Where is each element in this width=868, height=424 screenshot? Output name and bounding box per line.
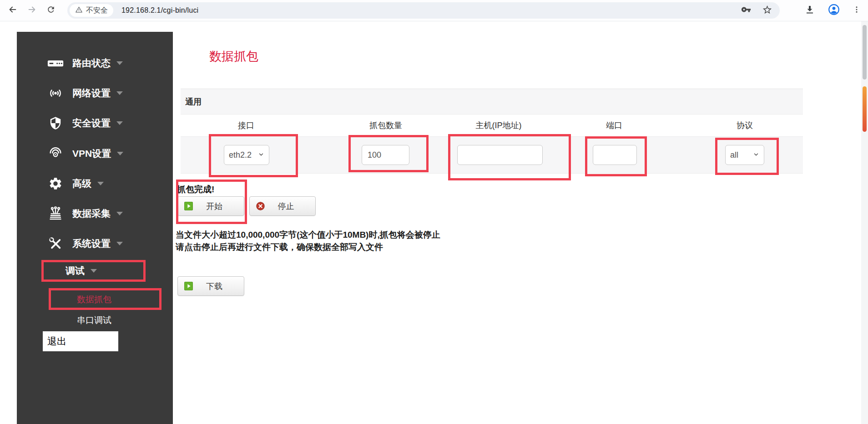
play-icon [184,202,193,210]
stop-button[interactable]: 停止 [249,196,316,216]
column-header-protocol: 协议 [737,115,753,136]
menu-dots-icon[interactable] [853,5,861,15]
sidebar-item-label: VPN设置 [72,147,111,160]
section-header: 通用 [181,89,803,115]
table-header-row: 接口 抓包数量 主机(IP地址) 端口 协议 [181,115,803,136]
count-input[interactable] [362,145,409,165]
gear-icon [45,176,66,191]
chevron-down-icon [258,150,264,160]
caret-down-icon [117,152,123,155]
caret-down-icon [91,269,97,273]
column-header-port: 端口 [606,115,622,136]
address-bar[interactable]: 不安全 192.168.2.1/cgi-bin/luci [67,2,780,19]
start-button[interactable]: 开始 [177,196,244,216]
page-title: 数据抓包 [209,48,258,65]
download-button[interactable]: 下载 [177,276,244,296]
scrollbar-marker [863,86,867,132]
sidebar-item-label: 安全设置 [72,117,111,130]
protocol-select[interactable]: all [725,145,764,165]
stop-button-label: 停止 [265,201,307,212]
column-header-count: 抓包数量 [369,115,402,136]
sidebar-item-debug[interactable]: 调试 [66,262,97,280]
column-header-interface: 接口 [238,115,254,136]
browser-toolbar: 不安全 192.168.2.1/cgi-bin/luci [0,0,868,21]
caret-down-icon [116,91,123,95]
port-input[interactable] [593,145,637,165]
star-icon[interactable] [762,5,772,17]
sidebar-item-security-settings[interactable]: 安全设置 [45,114,123,132]
table-row: eth2.2 all [181,136,803,174]
collector-icon [45,206,66,221]
capture-status-text: 抓包完成! [177,184,214,195]
key-icon[interactable] [741,5,751,16]
start-button-label: 开始 [193,201,236,212]
caret-down-icon [116,242,123,245]
profile-icon[interactable] [828,4,840,17]
stop-x-icon [256,202,265,210]
sidebar-item-network-settings[interactable]: 网络设置 [45,84,123,102]
sidebar-subitem-serial-debug[interactable]: 串口调试 [44,313,144,328]
screen: 不安全 192.168.2.1/cgi-bin/luci [0,0,868,424]
forward-button[interactable] [24,2,40,19]
column-header-host: 主机(IP地址) [476,115,522,136]
router-icon [45,58,66,68]
caret-down-icon [116,61,123,65]
sidebar-item-label: 高级 [72,177,91,190]
caret-down-icon [116,121,123,125]
interface-select-value: eth2.2 [229,150,252,160]
sidebar-item-system-settings[interactable]: 系统设置 [45,234,123,253]
signal-icon [45,85,66,101]
sidebar-item-router-status[interactable]: 路由状态 [45,54,123,72]
note-line-1: 当文件大小超过10,000,000字节(这个值小于10MB)时,抓包将会被停止 [176,229,440,241]
download-button-label: 下载 [193,281,236,292]
reload-icon [46,5,56,16]
forward-icon [27,5,37,16]
scrollbar-thumb[interactable] [863,25,867,80]
caret-down-icon [116,212,123,215]
security-label: 不安全 [86,6,108,15]
caret-down-icon [97,182,104,185]
reload-button[interactable] [43,2,59,19]
play-icon [184,282,193,290]
sidebar-item-label: 路由状态 [72,57,111,70]
sidebar-item-label: 系统设置 [72,237,111,250]
chevron-down-icon [753,150,759,160]
download-icon[interactable] [804,4,815,17]
sidebar-item-label: 数据采集 [72,207,111,220]
capture-notes: 当文件大小超过10,000,000字节(这个值小于10MB)时,抓包将会被停止 … [176,229,440,253]
sidebar-item-data-collection[interactable]: 数据采集 [45,205,123,223]
back-icon [8,5,18,16]
sidebar-item-advanced[interactable]: 高级 [45,175,104,193]
sidebar-item-label: 调试 [66,264,85,277]
back-button[interactable] [5,2,21,19]
tools-icon [45,236,66,251]
sidebar-subitem-packet-capture[interactable]: 数据抓包 [44,292,144,307]
general-section: 通用 接口 抓包数量 主机(IP地址) 端口 协议 eth2.2 all [181,89,803,174]
url-text: 192.168.2.1/cgi-bin/luci [121,6,198,15]
vpn-icon [45,146,66,161]
sidebar-item-label: 网络设置 [72,87,111,100]
scrollbar-track[interactable] [861,21,868,424]
interface-select[interactable]: eth2.2 [224,145,269,165]
note-line-2: 请点击停止后再进行文件下载，确保数据全部写入文件 [176,241,440,253]
protocol-select-value: all [730,150,738,160]
shield-icon [45,115,66,131]
warning-icon [75,6,83,15]
security-chip[interactable]: 不安全 [70,4,113,17]
sidebar: 路由状态 网络设置 安全设置 VPN设置 [17,32,173,424]
logout-button[interactable]: 退出 [43,331,118,351]
host-input[interactable] [457,145,543,165]
sidebar-item-vpn-settings[interactable]: VPN设置 [45,145,123,163]
